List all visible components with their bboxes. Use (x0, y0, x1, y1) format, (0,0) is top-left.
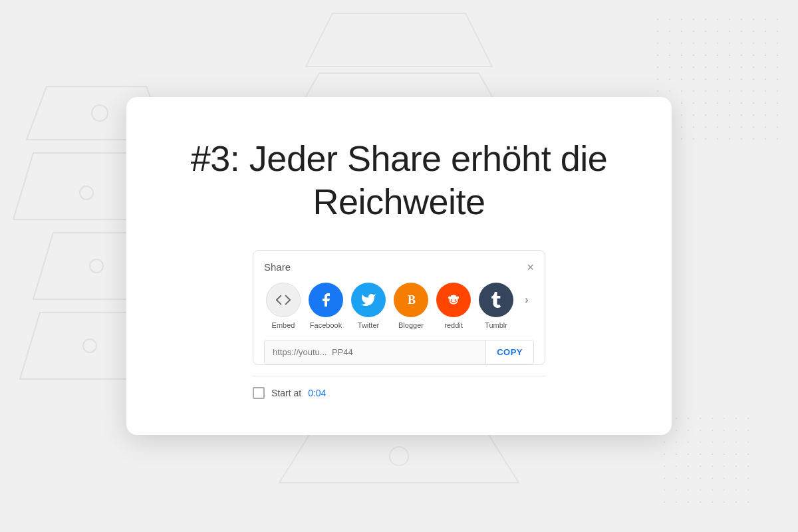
twitter-icon-circle (351, 283, 386, 317)
start-at-checkbox[interactable] (253, 387, 265, 399)
embed-label: Embed (272, 321, 295, 329)
share-item-twitter[interactable]: Twitter (349, 283, 388, 329)
modal-card: #3: Jeder Share erhöht die Reichweite Sh… (126, 97, 672, 435)
start-at-label: Start at (271, 388, 301, 398)
svg-marker-8 (306, 13, 492, 66)
svg-point-22 (450, 301, 452, 302)
svg-point-6 (90, 259, 103, 273)
svg-point-23 (456, 301, 457, 302)
svg-point-13 (390, 447, 408, 466)
reddit-label: reddit (444, 321, 463, 329)
svg-point-17 (451, 299, 452, 301)
tumblr-icon (488, 292, 504, 308)
modal-title: #3: Jeder Share erhöht die Reichweite (166, 137, 632, 223)
reddit-icon (445, 291, 462, 309)
blogger-icon: B (403, 292, 419, 308)
dot-grid-top-right (652, 13, 785, 146)
copy-button[interactable]: COPY (485, 340, 533, 364)
svg-point-21 (451, 295, 457, 299)
url-input[interactable] (265, 340, 485, 364)
share-buttons-row: Embed Facebook Twitter (264, 283, 534, 329)
next-share-button[interactable]: › (519, 283, 534, 317)
share-item-blogger[interactable]: B Blogger (392, 283, 430, 329)
svg-point-20 (448, 296, 451, 299)
share-item-facebook[interactable]: Facebook (307, 283, 345, 329)
svg-point-18 (455, 299, 456, 301)
svg-point-4 (92, 105, 108, 121)
facebook-label: Facebook (310, 321, 342, 329)
share-item-tumblr[interactable]: Tumblr (477, 283, 515, 329)
svg-marker-11 (279, 430, 519, 483)
share-item-embed[interactable]: Embed (264, 283, 303, 329)
url-row: COPY (264, 340, 534, 364)
start-at-time: 0:04 (308, 388, 326, 398)
reddit-icon-circle (436, 283, 471, 317)
share-item-reddit[interactable]: reddit (434, 283, 473, 329)
svg-text:B: B (408, 293, 416, 307)
tumblr-icon-circle (479, 283, 513, 317)
embed-icon-circle (266, 283, 301, 317)
share-dialog: Share × Embed Faceb (253, 250, 545, 365)
embed-icon (276, 293, 291, 307)
blogger-label: Blogger (398, 321, 424, 329)
twitter-icon (360, 292, 376, 308)
svg-point-7 (83, 339, 96, 352)
share-label: Share (264, 261, 291, 273)
share-dialog-header: Share × (264, 261, 534, 273)
svg-point-19 (456, 296, 459, 299)
dot-grid-bottom-right (658, 412, 758, 512)
twitter-label: Twitter (358, 321, 379, 329)
facebook-icon-circle (309, 283, 343, 317)
tumblr-label: Tumblr (485, 321, 507, 329)
close-button[interactable]: × (527, 261, 534, 273)
divider (253, 376, 545, 376)
blogger-icon-circle: B (394, 283, 428, 317)
start-at-row: Start at 0:04 (253, 387, 545, 402)
svg-point-5 (80, 186, 93, 200)
facebook-icon (318, 292, 334, 308)
